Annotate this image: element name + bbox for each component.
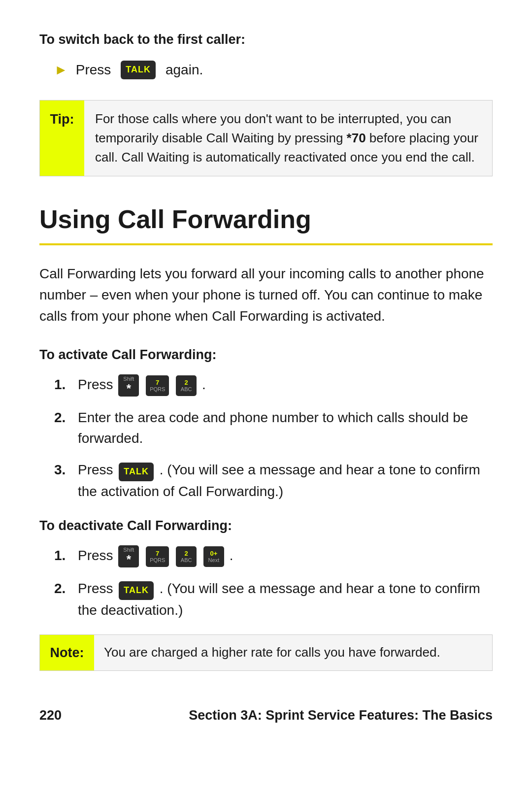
deact-step-num-2: 2.: [54, 578, 70, 599]
section-title: Using Call Forwarding: [39, 200, 493, 238]
key-7-pqrs: 7 PQRS: [146, 375, 169, 396]
deact-step-num-1: 1.: [54, 545, 70, 566]
press-again-item: ► Press TALK again.: [54, 60, 493, 80]
deactivate-step-2: 2. Press TALK . (You will see a message …: [54, 578, 493, 621]
top-section: To switch back to the first caller: ► Pr…: [39, 30, 493, 80]
note-content: You are charged a higher rate for calls …: [94, 635, 450, 671]
deact-key-2-abc: 2 ABC: [176, 546, 197, 567]
main-description: Call Forwarding lets you forward all you…: [39, 263, 493, 327]
deactivate-steps: 1. Press Shift * 7 PQRS 2 ABC 0+ Next: [54, 545, 493, 621]
tip-box: Tip: For those calls where you don't wan…: [39, 100, 493, 176]
page-number: 220: [39, 705, 62, 726]
step-num-1: 1.: [54, 374, 70, 395]
page-footer: 220 Section 3A: Sprint Service Features:…: [39, 700, 493, 726]
key-2-abc: 2 ABC: [176, 375, 197, 396]
step-1-content: Press Shift * 7 PQRS 2 ABC .: [78, 374, 493, 397]
deact-star-shift-key: Shift *: [118, 545, 139, 567]
step-3-content: Press TALK . (You will see a message and…: [78, 460, 493, 502]
deact-key-0-plus: 0+ Next: [203, 546, 224, 567]
arrow-bullet-icon: ►: [54, 60, 68, 80]
talk-button-step3: TALK: [119, 463, 154, 481]
press-label: Press: [76, 60, 111, 80]
step-2-content: Enter the area code and phone number to …: [78, 407, 493, 449]
footer-section-text: Section 3A: Sprint Service Features: The…: [189, 705, 493, 726]
deactivate-step-1: 1. Press Shift * 7 PQRS 2 ABC 0+ Next: [54, 545, 493, 567]
activate-steps: 1. Press Shift * 7 PQRS 2 ABC . 2. Enter…: [54, 374, 493, 502]
deactivate-heading: To deactivate Call Forwarding:: [39, 516, 493, 536]
note-box: Note: You are charged a higher rate for …: [39, 634, 493, 671]
yellow-rule: [39, 243, 493, 245]
activate-heading: To activate Call Forwarding:: [39, 345, 493, 365]
note-label: Note:: [40, 635, 94, 671]
switch-back-heading: To switch back to the first caller:: [39, 30, 493, 50]
star-shift-key: Shift *: [118, 374, 139, 397]
tip-bold: *70: [347, 131, 366, 145]
activate-step-2: 2. Enter the area code and phone number …: [54, 407, 493, 449]
deact-key-7-pqrs: 7 PQRS: [146, 546, 169, 567]
step-num-2: 2.: [54, 407, 70, 428]
step-num-3: 3.: [54, 460, 70, 480]
deact-step-2-content: Press TALK . (You will see a message and…: [78, 578, 493, 621]
activate-step-3: 3. Press TALK . (You will see a message …: [54, 460, 493, 502]
tip-label: Tip:: [40, 100, 84, 176]
tip-content: For those calls where you don't want to …: [84, 100, 492, 176]
again-label: again.: [166, 60, 203, 80]
activate-step-1: 1. Press Shift * 7 PQRS 2 ABC .: [54, 374, 493, 397]
deact-step-1-content: Press Shift * 7 PQRS 2 ABC 0+ Next .: [78, 545, 493, 567]
talk-button-icon: TALK: [121, 61, 156, 79]
talk-button-deact-step2: TALK: [119, 581, 154, 600]
